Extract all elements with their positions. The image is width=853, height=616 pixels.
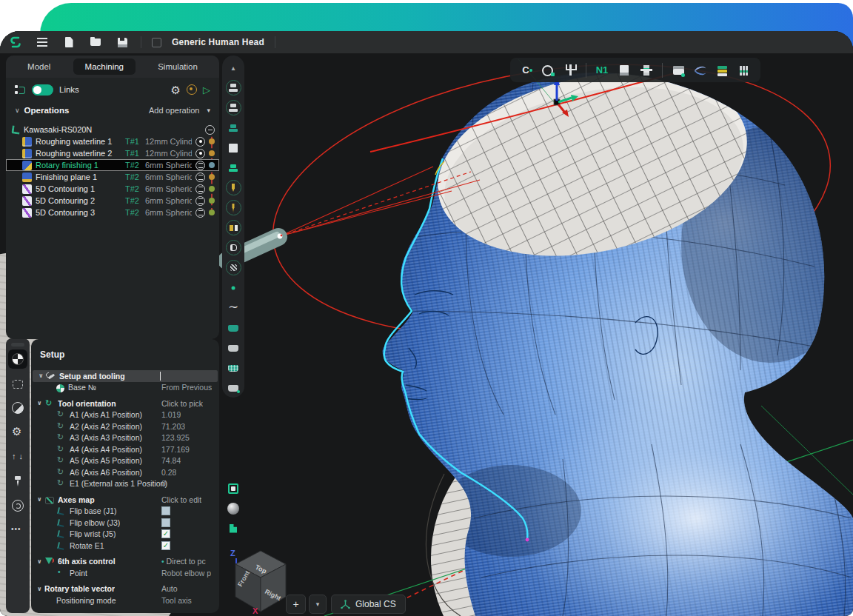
checkbox[interactable] (161, 541, 170, 550)
links-graph-icon[interactable] (15, 84, 26, 95)
viewport-tool-head[interactable] (222, 238, 244, 258)
setup-value[interactable]: Click to edit (161, 495, 201, 504)
model-checkbox-icon[interactable] (152, 38, 161, 47)
setup-value[interactable]: 0.28 (161, 468, 176, 477)
setup-row[interactable]: Flip elbow (J3) (31, 517, 219, 529)
tab-model[interactable]: Model (16, 58, 62, 75)
sync-icon[interactable] (187, 84, 197, 95)
viewport-tool-drill[interactable] (222, 198, 244, 218)
setup-row[interactable]: ∨Rotary table vectorAuto (31, 583, 219, 595)
setup-row[interactable]: A2 (Axis A2 Position)71.203 (31, 421, 219, 432)
operation-row[interactable]: 5D Contouring 3T#26mm Spherical r (6, 207, 219, 218)
global-cs-button[interactable]: Global CS (331, 595, 406, 614)
viewport-tool-hatch[interactable] (222, 258, 244, 278)
rail-item-feeds[interactable] (8, 447, 27, 466)
viewport-tool-stamp-teal[interactable] (222, 118, 244, 138)
play-icon[interactable]: ▷ (203, 85, 210, 95)
gear-icon[interactable]: ⚙ (171, 84, 181, 96)
setup-row[interactable]: Base №From Previous (31, 382, 219, 394)
setup-row[interactable]: A3 (Axis A3 Position)123.925 (31, 432, 219, 444)
chevron-down-icon[interactable]: ▾ (207, 107, 210, 114)
toolbar-bars[interactable] (737, 61, 753, 79)
rail-item-parameters[interactable] (8, 423, 27, 442)
toolbar-caliper[interactable] (562, 61, 578, 79)
viewport-tool-curve[interactable] (222, 298, 244, 318)
viewport-tool-point[interactable] (222, 278, 244, 298)
setup-value[interactable]: Tool axis (161, 596, 192, 605)
circle-eq-icon[interactable] (195, 208, 205, 218)
circle-dot-icon[interactable] (195, 137, 205, 147)
operation-row[interactable]: Finishing plane 1T#26mm Spherical r (6, 171, 219, 183)
rail-item-strategy[interactable] (8, 398, 27, 418)
rail-item-more[interactable] (8, 520, 27, 540)
toolbar-panel[interactable] (670, 61, 686, 79)
toolbar-stock[interactable] (616, 61, 632, 79)
setup-row[interactable]: PointRobot elbow p (31, 567, 219, 579)
rail-item-selection[interactable] (8, 374, 27, 393)
rail-item-tool[interactable] (8, 472, 27, 491)
setup-row[interactable]: A1 (Axis A1 Position)1.019 (31, 409, 219, 421)
setup-value[interactable]: Direct to pc (161, 557, 206, 566)
viewport-tool-part[interactable] (222, 78, 244, 98)
chevron-down-icon[interactable]: ∨ (37, 496, 44, 503)
setup-row[interactable]: A4 (Axis A4 Position)177.169 (31, 443, 219, 455)
setup-row[interactable]: ∨Tool orientationClick to pick (31, 398, 219, 409)
rail-item-rotation[interactable] (8, 496, 27, 515)
add-operation-button[interactable]: Add operation (149, 106, 200, 115)
checkbox[interactable] (161, 518, 170, 527)
circle-eq-icon[interactable] (195, 173, 205, 182)
tab-simulation[interactable]: Simulation (146, 58, 210, 75)
setup-row[interactable]: Positioning modeTool axis (31, 595, 219, 606)
circle-eq-icon[interactable] (195, 184, 205, 194)
setup-value[interactable]: Robot elbow p (161, 569, 211, 578)
circle-eq-icon[interactable] (195, 161, 205, 170)
open-file-icon[interactable] (87, 35, 104, 50)
operation-row[interactable]: Roughing waterline 1T#112mm Cylindrica (6, 135, 219, 147)
toolbar-layers[interactable] (715, 61, 731, 79)
setup-value[interactable]: From Previous (161, 383, 212, 392)
setup-row[interactable]: Rotate E1 (31, 540, 219, 552)
setup-value[interactable]: Click to pick (161, 399, 203, 408)
new-file-icon[interactable] (61, 35, 77, 50)
rail-item-base[interactable] (8, 349, 27, 369)
viewport-tool-mesh[interactable] (222, 358, 244, 378)
setup-value[interactable]: 123.925 (161, 433, 190, 442)
chevron-down-icon[interactable]: ∨ (37, 558, 44, 565)
operation-row[interactable]: Rotary finishing 1T#26mm Spherical r (6, 159, 219, 171)
operation-row[interactable]: 5D Contouring 1T#26mm Spherical r (6, 183, 219, 195)
circle-eq-icon[interactable] (195, 196, 205, 206)
setup-row[interactable]: E1 (External axis 1 Position)0 (31, 478, 219, 490)
chevron-down-icon[interactable]: ∨ (37, 400, 44, 406)
setup-value[interactable]: 74.84 (161, 456, 181, 465)
app-logo[interactable] (7, 35, 24, 50)
setup-row[interactable]: ∨Setup and tooling (33, 370, 218, 382)
viewport-tool-collapse[interactable] (222, 58, 244, 78)
menu-icon[interactable] (34, 35, 50, 50)
chevron-down-icon[interactable]: ∨ (15, 107, 20, 114)
toolbar-probe[interactable] (518, 61, 534, 79)
setup-row[interactable]: Flip base (J1) (31, 506, 219, 518)
cs-dropdown-button[interactable]: ▾ (309, 595, 327, 614)
setup-value[interactable]: 1.019 (161, 410, 181, 419)
rail-handle[interactable] (11, 343, 24, 346)
viewport-tool-patch-teal[interactable] (222, 318, 244, 338)
operation-row[interactable]: 5D Contouring 2T#26mm Spherical r (6, 195, 219, 207)
viewport-tool-square[interactable] (222, 138, 244, 158)
viewport-tool-mill[interactable] (222, 178, 244, 198)
circle-minus-icon[interactable] (205, 125, 215, 135)
add-cs-button[interactable]: + (286, 595, 306, 614)
viewport-tool-clamp[interactable] (222, 218, 244, 238)
setup-row[interactable]: ∨Axes mapClick to edit (31, 494, 219, 506)
circle-dot-icon[interactable] (195, 149, 205, 158)
save-icon[interactable] (114, 35, 130, 50)
toolbar-holder[interactable] (638, 61, 655, 79)
chevron-down-icon[interactable]: ∨ (37, 586, 44, 592)
checkbox[interactable] (161, 506, 170, 515)
setup-row[interactable]: A5 (Axis A5 Position)74.84 (31, 455, 219, 467)
machine-row[interactable]: Kawasaki-RS020N (6, 124, 219, 135)
setup-row[interactable]: ∨6th axis controlDirect to pc (31, 556, 219, 568)
checkbox[interactable] (161, 529, 170, 538)
viewport-tool-patch-dot[interactable] (222, 378, 244, 398)
toolbar-n1[interactable]: N1 (594, 61, 610, 79)
setup-row[interactable]: Flip wrist (J5) (31, 529, 219, 540)
